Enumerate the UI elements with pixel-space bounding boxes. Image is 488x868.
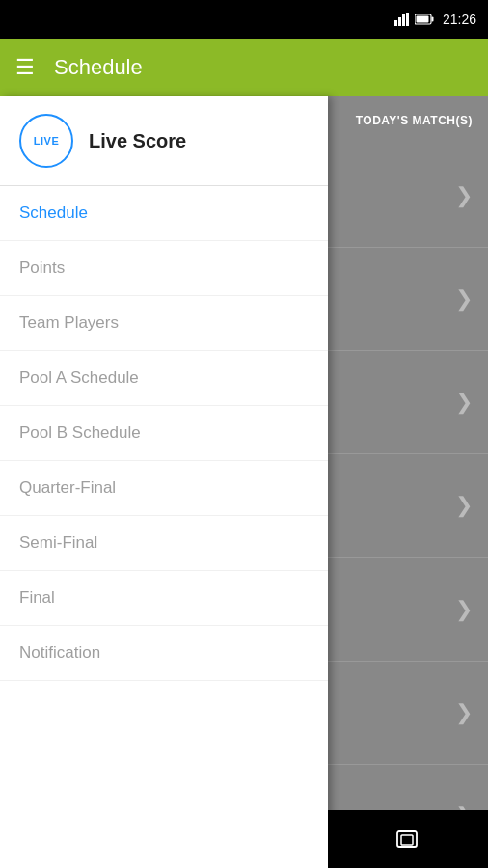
recents-icon [396,830,418,848]
svg-rect-0 [394,20,397,26]
match-row-5[interactable]: ❯ [324,558,488,662]
right-panel-header: TODAY'S MATCH(S) [324,96,488,145]
chevron-right-icon-5: ❯ [455,597,473,622]
match-row-3[interactable]: ❯ [324,351,488,454]
status-time: 21:26 [443,12,476,27]
chevron-right-icon-2: ❯ [455,286,473,312]
menu-items-list: Schedule Points Team Players Pool A Sche… [0,186,328,868]
chevron-right-icon-1: ❯ [455,183,473,208]
svg-rect-2 [402,14,405,26]
live-score-banner[interactable]: LIVE Live Score [0,96,328,186]
sidebar-item-schedule[interactable]: Schedule [0,186,328,241]
sidebar-item-quarter-final[interactable]: Quarter-Final [0,461,328,516]
status-bar: 21:26 [0,0,488,39]
chevron-right-icon-4: ❯ [455,493,473,518]
sidebar-item-final[interactable]: Final [0,571,328,626]
svg-rect-5 [431,17,433,22]
signal-icon [394,13,410,26]
sidebar-item-semi-final[interactable]: Semi-Final [0,516,328,571]
svg-rect-1 [398,17,401,26]
svg-rect-10 [401,835,413,845]
main-content: TODAY'S MATCH(S) ❯ ❯ ❯ ❯ ❯ ❯ ❯ LIVE [0,96,488,868]
right-panel: TODAY'S MATCH(S) ❯ ❯ ❯ ❯ ❯ ❯ ❯ [324,96,488,868]
right-panel-header-text: TODAY'S MATCH(S) [356,114,473,127]
sidebar-item-points[interactable]: Points [0,241,328,296]
match-row-1[interactable]: ❯ [324,145,488,248]
sidebar-item-notification[interactable]: Notification [0,626,328,681]
svg-rect-6 [416,16,428,23]
match-row-2[interactable]: ❯ [324,248,488,351]
match-row-6[interactable]: ❯ [324,662,488,765]
app-bar: ☰ Schedule [0,39,488,96]
sidebar-item-pool-b[interactable]: Pool B Schedule [0,406,328,461]
navigation-drawer: LIVE Live Score Schedule Points Team Pla… [0,96,328,868]
battery-icon [415,14,434,25]
chevron-right-icon-6: ❯ [455,700,473,725]
hamburger-menu-button[interactable]: ☰ [15,57,35,78]
live-badge: LIVE [19,114,73,168]
svg-rect-3 [406,13,409,26]
chevron-right-icon-3: ❯ [455,390,473,415]
recents-button[interactable] [378,820,436,858]
sidebar-item-pool-a[interactable]: Pool A Schedule [0,351,328,406]
app-title: Schedule [54,55,143,80]
sidebar-item-team-players[interactable]: Team Players [0,296,328,351]
status-icons: 21:26 [394,12,476,27]
match-row-4[interactable]: ❯ [324,454,488,557]
live-score-label: Live Score [89,130,186,152]
